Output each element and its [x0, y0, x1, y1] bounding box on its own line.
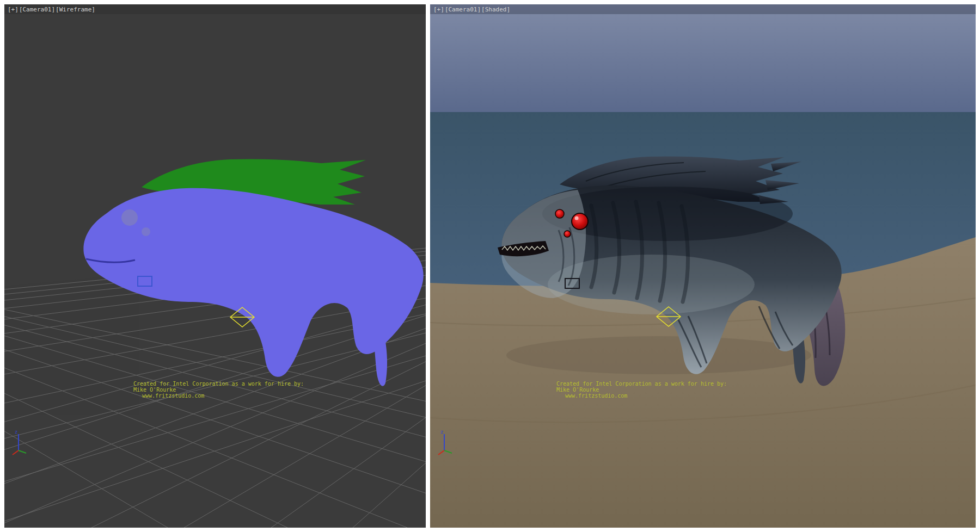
- watermark-line2: Mike O'Rourke: [133, 387, 304, 393]
- viewport-top-strip: [430, 4, 976, 14]
- viewport-label: [+][Camera01][Shaded]: [433, 6, 511, 13]
- world-axis-gizmo: z: [10, 428, 32, 456]
- watermark-line2: Mike O'Rourke: [556, 387, 727, 393]
- sky: [430, 4, 976, 112]
- viewport-menu-shading[interactable]: [Shaded]: [481, 6, 510, 13]
- axis-y-line: [444, 450, 452, 453]
- viewport-menu-general[interactable]: [+]: [8, 6, 19, 13]
- axis-z-label: z: [15, 429, 17, 435]
- watermark-line1: Created for Intel Corporation as a work …: [556, 381, 727, 387]
- axis-y-line: [19, 450, 26, 453]
- fish-eye-small: [564, 231, 571, 237]
- axis-x-line: [13, 450, 19, 455]
- viewport-menu-pov[interactable]: [Camera01]: [19, 6, 55, 13]
- viewport-label: [+][Camera01][Wireframe]: [8, 6, 96, 13]
- fish-eye-outline-small: [142, 227, 150, 236]
- viewport-menu-general[interactable]: [+]: [433, 6, 444, 13]
- watermark-text: Created for Intel Corporation as a work …: [556, 381, 727, 399]
- axis-z-label: z: [440, 429, 443, 435]
- fish-eye-highlight: [575, 216, 579, 220]
- fish-shadow: [506, 336, 811, 374]
- watermark-line3: www.fritzstudio.com: [565, 393, 727, 399]
- viewport-menu-pov[interactable]: [Camera01]: [445, 6, 481, 13]
- watermark-text: Created for Intel Corporation as a work …: [133, 381, 304, 399]
- watermark-line1: Created for Intel Corporation as a work …: [133, 381, 304, 387]
- fish-model-wireframe[interactable]: [83, 159, 423, 386]
- viewport-menu-shading[interactable]: [Wireframe]: [56, 6, 95, 13]
- fish-eye-outline: [121, 209, 138, 226]
- world-axis-gizmo: z: [436, 428, 457, 456]
- axis-x-line: [438, 450, 444, 455]
- fish-eye-large: [572, 213, 588, 230]
- viewport-shaded[interactable]: [+][Camera01][Shaded]: [430, 4, 976, 528]
- watermark-line3: www.fritzstudio.com: [142, 393, 304, 399]
- viewport-wireframe[interactable]: [+][Camera01][Wireframe]: [4, 4, 426, 528]
- fish-eye-medium: [555, 209, 564, 218]
